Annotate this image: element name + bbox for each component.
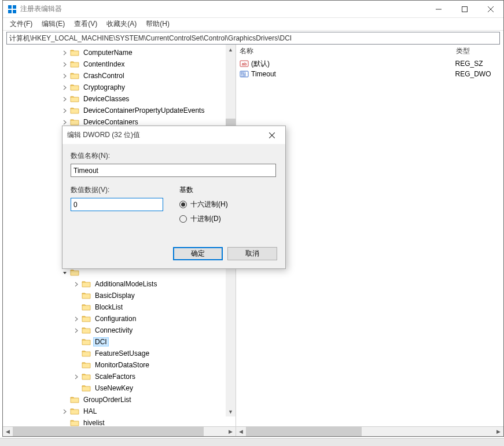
svg-text:ab: ab — [242, 62, 247, 66]
svg-rect-2 — [8, 10, 12, 13]
column-header-name[interactable]: 名称 — [236, 45, 453, 58]
close-button[interactable] — [477, 1, 503, 17]
scroll-thumb[interactable] — [13, 427, 204, 437]
tree-item[interactable]: DeviceContainerPropertyUpdateEvents — [3, 105, 236, 116]
svg-rect-1 — [13, 5, 16, 9]
edit-dword-dialog: 编辑 DWORD (32 位)值 数值名称(N): 数值数据(V): 基数 十六… — [62, 126, 286, 269]
address-path: 计算机\HKEY_LOCAL_MACHINE\SYSTEM\CurrentCon… — [9, 34, 292, 43]
tree-item[interactable]: AdditionalModeLists — [3, 278, 236, 290]
tree-item-label: HAL — [82, 407, 98, 416]
expand-icon[interactable] — [61, 118, 69, 126]
tree-item[interactable]: Configuration — [3, 313, 236, 325]
tree-item[interactable]: MonitorDataStore — [3, 359, 236, 371]
expand-icon[interactable] — [72, 373, 80, 381]
tree-item[interactable]: FeatureSetUsage — [3, 348, 236, 359]
tree-item[interactable]: GroupOrderList — [3, 394, 236, 406]
value-name-input[interactable] — [71, 164, 276, 177]
menu-edit[interactable]: 编辑(E) — [37, 18, 69, 30]
list-row[interactable]: ab(默认)REG_SZ — [236, 58, 503, 69]
radio-icon — [179, 201, 187, 208]
window-title: 注册表编辑器 — [20, 4, 425, 14]
value-type: REG_DWO — [453, 70, 504, 78]
scroll-right-button[interactable]: ▶ — [226, 427, 236, 437]
titlebar[interactable]: 注册表编辑器 — [3, 1, 503, 18]
expand-icon[interactable] — [61, 407, 69, 415]
scroll-left-button[interactable]: ◀ — [3, 427, 13, 437]
scroll-down-button[interactable]: ▼ — [226, 407, 236, 416]
minimize-button[interactable] — [425, 1, 451, 17]
tree-item-label: UseNewKey — [93, 384, 135, 393]
value-name-label: 数值名称(N): — [71, 151, 277, 161]
tree-item[interactable]: DeviceClasses — [3, 93, 236, 105]
expand-icon[interactable] — [72, 326, 80, 334]
tree-item-label: DeviceContainerPropertyUpdateEvents — [82, 106, 206, 115]
list-horizontal-scrollbar[interactable]: ◀ ▶ — [236, 426, 503, 436]
folder-icon — [82, 279, 91, 289]
radio-hex[interactable]: 十六进制(H) — [179, 200, 277, 209]
address-bar[interactable]: 计算机\HKEY_LOCAL_MACHINE\SYSTEM\CurrentCon… — [6, 32, 500, 45]
folder-icon — [82, 303, 91, 312]
scroll-right-button[interactable]: ▶ — [494, 427, 503, 437]
value-name: Timeout — [251, 70, 276, 78]
expand-icon[interactable] — [61, 60, 69, 68]
tree-horizontal-scrollbar[interactable]: ◀ ▶ — [3, 426, 236, 436]
folder-icon — [82, 372, 91, 381]
expand-icon[interactable] — [72, 280, 80, 288]
scroll-thumb[interactable] — [246, 427, 362, 437]
tree-item[interactable]: ContentIndex — [3, 58, 236, 70]
tree-item-label: GroupOrderList — [82, 395, 133, 404]
tree-item[interactable]: UseNewKey — [3, 382, 236, 394]
menu-view[interactable]: 查看(V) — [69, 18, 102, 30]
expand-icon[interactable] — [61, 106, 69, 115]
expand-icon[interactable] — [61, 49, 69, 57]
dialog-titlebar[interactable]: 编辑 DWORD (32 位)值 — [62, 126, 285, 144]
scroll-left-button[interactable]: ◀ — [236, 427, 246, 437]
value-data-input[interactable] — [71, 198, 163, 211]
tree-item-label: BlockList — [93, 303, 124, 312]
taskbar — [0, 438, 504, 446]
value-name: (默认) — [251, 59, 270, 69]
app-icon — [8, 5, 17, 14]
tree-item[interactable]: ComputerName — [3, 47, 236, 58]
svg-rect-0 — [8, 5, 12, 9]
tree-item[interactable]: CrashControl — [3, 70, 236, 82]
menu-file[interactable]: 文件(F) — [5, 18, 37, 30]
tree-item[interactable]: Cryptography — [3, 82, 236, 93]
tree-item-label: Connectivity — [93, 326, 134, 335]
list-header: 名称 类型 — [236, 45, 503, 58]
folder-icon — [70, 106, 79, 115]
ok-button[interactable]: 确定 — [173, 247, 223, 260]
menu-favorites[interactable]: 收藏夹(A) — [102, 18, 141, 30]
column-header-type[interactable]: 类型 — [453, 45, 503, 58]
expand-icon[interactable] — [61, 83, 69, 91]
expand-icon[interactable] — [61, 72, 69, 80]
string-value-icon: ab — [240, 59, 249, 68]
folder-icon — [82, 349, 91, 358]
list-row[interactable]: 011110TimeoutREG_DWO — [236, 69, 503, 79]
tree-item-label: ComputerName — [82, 48, 134, 57]
maximize-button[interactable] — [451, 1, 477, 17]
radio-dec[interactable]: 十进制(D) — [179, 214, 277, 224]
tree-item[interactable]: DCI — [3, 336, 236, 348]
tree-item-label — [82, 272, 85, 273]
collapse-icon[interactable] — [61, 268, 69, 277]
dialog-close-button[interactable] — [263, 127, 281, 143]
tree-item-label: ScaleFactors — [93, 372, 137, 381]
folder-icon — [70, 268, 79, 277]
tree-item[interactable]: Connectivity — [3, 325, 236, 336]
menu-help[interactable]: 帮助(H) — [141, 18, 174, 30]
tree-item-label: FeatureSetUsage — [93, 349, 151, 358]
tree-item[interactable]: HAL — [3, 406, 236, 417]
tree-item[interactable]: BlockList — [3, 301, 236, 313]
tree-item-label: DCI — [93, 337, 109, 347]
cancel-button[interactable]: 取消 — [227, 247, 277, 260]
tree-item[interactable]: ScaleFactors — [3, 371, 236, 382]
scroll-up-button[interactable]: ▲ — [226, 45, 236, 54]
expand-icon[interactable] — [61, 95, 69, 103]
tree-item[interactable]: BasicDisplay — [3, 290, 236, 301]
folder-icon — [82, 326, 91, 335]
tree-item[interactable]: hivelist — [3, 417, 236, 426]
folder-icon — [82, 360, 91, 370]
expand-icon[interactable] — [72, 315, 80, 323]
radio-hex-label: 十六进制(H) — [190, 200, 228, 209]
